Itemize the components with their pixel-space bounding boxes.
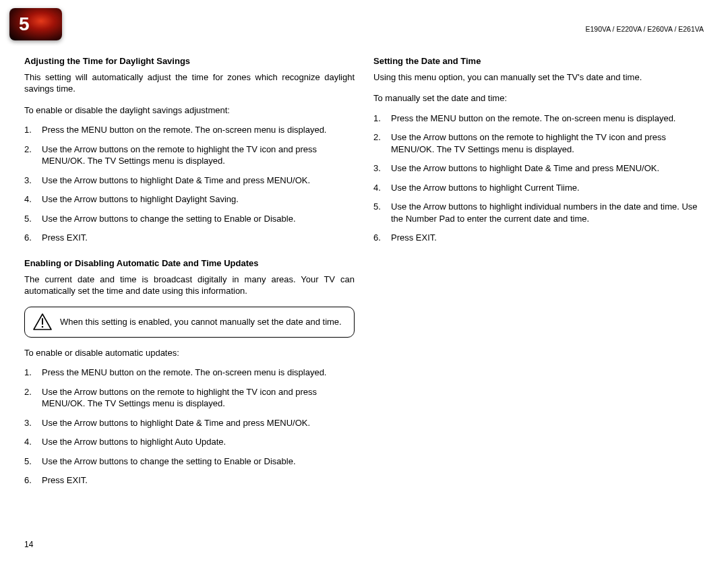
set-date-steps: Press the MENU button on the remote. The… [373,113,704,244]
list-item: Use the Arrow buttons to change the sett… [24,213,355,225]
warning-text: When this setting is enabled, you cannot… [60,316,342,328]
list-item: Use the Arrow buttons on the remote to h… [24,144,355,167]
left-column: Adjusting the Time for Daylight Savings … [24,55,355,500]
list-item: Use the Arrow buttons to highlight indiv… [373,201,704,224]
page-number: 14 [24,539,33,550]
list-item: Use the Arrow buttons to highlight Date … [24,417,355,429]
list-item: Press EXIT. [373,232,704,244]
daylight-intro: This setting will automatically adjust t… [24,71,355,95]
content-area: Adjusting the Time for Daylight Savings … [24,55,704,500]
auto-update-intro2: To enable or disable automatic updates: [24,347,355,359]
section-heading-set-date: Setting the Date and Time [373,55,704,67]
set-date-intro: Using this menu option, you can manually… [373,71,704,84]
list-item: Use the Arrow buttons to highlight Curre… [373,182,704,194]
model-header: E190VA / E220VA / E260VA / E261VA [585,24,704,34]
list-item: Use the Arrow buttons to highlight Date … [373,162,704,175]
list-item: Press EXIT. [24,474,355,487]
list-item: Use the Arrow buttons to highlight Date … [24,175,355,187]
chapter-number: 5 [19,11,30,37]
list-item: Press EXIT. [24,232,355,244]
list-item: Use the Arrow buttons on the remote to h… [373,131,704,155]
list-item: Press the MENU button on the remote. The… [24,124,355,136]
list-item: Use the Arrow buttons to highlight Auto … [24,436,355,448]
auto-update-intro: The current date and time is broadcast d… [24,274,355,297]
daylight-steps: Press the MENU button on the remote. The… [24,124,355,244]
list-item: Press the MENU button on the remote. The… [24,367,355,379]
warning-icon [33,313,52,331]
chapter-badge: 5 [9,8,62,40]
list-item: Use the Arrow buttons on the remote to h… [24,386,355,410]
daylight-intro2: To enable or disable the daylight saving… [24,104,355,117]
auto-update-steps: Press the MENU button on the remote. The… [24,367,355,487]
warning-callout: When this setting is enabled, you cannot… [24,307,355,338]
right-column: Setting the Date and Time Using this men… [373,55,704,500]
list-item: Use the Arrow buttons to highlight Dayli… [24,193,355,206]
list-item: Press the MENU button on the remote. The… [373,113,704,125]
list-item: Use the Arrow buttons to change the sett… [24,456,355,468]
section-heading-auto-update: Enabling or Disabling Automatic Date and… [24,257,355,270]
svg-point-2 [42,325,44,327]
set-date-intro2: To manually set the date and time: [373,92,704,104]
section-heading-daylight: Adjusting the Time for Daylight Savings [24,55,355,67]
